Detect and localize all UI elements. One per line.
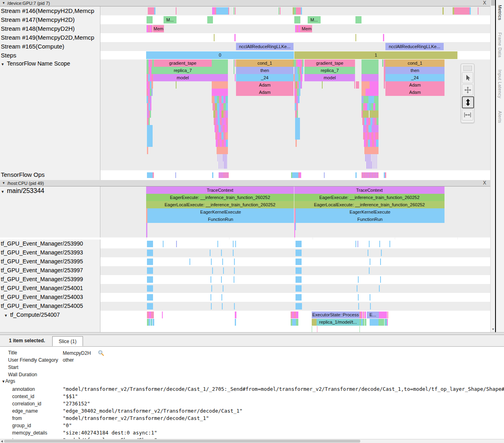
- trace-event-bar[interactable]: M...: [308, 16, 321, 23]
- vertical-scrollbar-thumb[interactable]: [491, 0, 495, 6]
- trace-event-bar[interactable]: [154, 7, 155, 15]
- trace-event-bar[interactable]: [363, 172, 364, 178]
- trace-event-bar[interactable]: [296, 294, 302, 301]
- trace-event-bar[interactable]: [211, 285, 212, 292]
- trace-event-bar[interactable]: [234, 59, 234, 67]
- close-button[interactable]: X: [483, 0, 486, 6]
- trace-event-bar[interactable]: [234, 276, 234, 283]
- vertical-scrollbar[interactable]: ▼: [490, 0, 495, 332]
- trace-event-bar[interactable]: [151, 81, 153, 89]
- trace-event-bar[interactable]: [147, 276, 153, 283]
- trace-event-bar[interactable]: [296, 241, 302, 247]
- trace-event-bar[interactable]: [221, 250, 222, 256]
- trace-event-bar[interactable]: [235, 59, 236, 67]
- trace-event-bar[interactable]: [279, 7, 279, 15]
- trace-event-bar[interactable]: [370, 81, 379, 89]
- trace-event-bar[interactable]: [298, 59, 301, 67]
- track-lane[interactable]: [100, 275, 490, 284]
- trace-event-bar[interactable]: [359, 326, 360, 332]
- trace-event-bar[interactable]: [312, 319, 317, 326]
- track-lane[interactable]: ncclAllReduceRingLLKe...ncclAllReduceRin…: [100, 42, 490, 51]
- trace-event-bar[interactable]: EagerLocalExecute: __inference_train_fun…: [146, 201, 294, 208]
- trace-event-bar[interactable]: replica_7: [304, 67, 355, 74]
- trace-event-bar[interactable]: [372, 154, 372, 161]
- trace-event-bar[interactable]: [375, 103, 379, 110]
- trace-event-bar[interactable]: [379, 241, 380, 247]
- trace-event-bar[interactable]: [379, 312, 387, 318]
- trace-event-bar[interactable]: [149, 319, 150, 326]
- trace-event-bar[interactable]: [153, 172, 154, 178]
- trace-event-bar[interactable]: [371, 147, 379, 154]
- trace-event-bar[interactable]: [385, 172, 386, 178]
- toolbar-grip-icon[interactable]: [463, 66, 472, 71]
- trace-event-bar[interactable]: [207, 16, 213, 23]
- trace-event-bar[interactable]: TraceContext: [294, 187, 444, 194]
- trace-event-bar[interactable]: [454, 7, 470, 15]
- track-lane[interactable]: [100, 170, 490, 180]
- trace-event-bar[interactable]: [211, 259, 212, 265]
- track-lane[interactable]: [100, 284, 490, 293]
- trace-event-bar[interactable]: [362, 74, 379, 81]
- trace-event-bar[interactable]: [223, 154, 223, 161]
- trace-event-bar[interactable]: [147, 303, 153, 309]
- track-lane[interactable]: ExecutorState::ProcessE...replica_1/mode…: [100, 311, 490, 332]
- trace-event-bar[interactable]: [365, 319, 366, 326]
- trace-event-bar[interactable]: [221, 172, 222, 178]
- track-lane[interactable]: [100, 266, 490, 275]
- trace-event-bar[interactable]: [212, 81, 228, 89]
- trace-event-bar[interactable]: [374, 172, 375, 178]
- trace-event-bar[interactable]: [354, 81, 355, 89]
- trace-event-bar[interactable]: Mem: [153, 25, 164, 32]
- trace-event-bar[interactable]: [151, 319, 152, 326]
- trace-event-bar[interactable]: gradient_tape: [154, 59, 212, 67]
- trace-event-bar[interactable]: [221, 154, 221, 161]
- trace-event-bar[interactable]: [235, 312, 236, 318]
- trace-event-bar[interactable]: [163, 241, 164, 247]
- trace-event-bar[interactable]: [147, 16, 153, 23]
- trace-event-bar[interactable]: cond_1: [236, 59, 293, 67]
- trace-event-bar[interactable]: [296, 267, 302, 274]
- trace-event-bar[interactable]: [280, 7, 281, 15]
- trace-event-bar[interactable]: [222, 154, 223, 161]
- trace-event-bar[interactable]: [379, 319, 384, 326]
- panel-splitter[interactable]: [0, 332, 504, 335]
- trace-event-bar[interactable]: [212, 172, 213, 178]
- trace-event-bar[interactable]: [366, 89, 379, 96]
- trace-event-bar[interactable]: [226, 103, 228, 110]
- trace-event-bar[interactable]: [212, 59, 228, 67]
- trace-event-bar[interactable]: [296, 140, 297, 147]
- trace-event-bar[interactable]: [296, 250, 302, 256]
- trace-event-bar[interactable]: [227, 154, 227, 161]
- trace-event-bar[interactable]: [381, 250, 382, 256]
- trace-event-bar[interactable]: [375, 161, 376, 169]
- trace-event-bar[interactable]: [376, 118, 379, 125]
- trace-event-bar[interactable]: [358, 303, 359, 309]
- trace-event-bar[interactable]: [211, 303, 212, 309]
- trace-event-bar[interactable]: [377, 172, 378, 178]
- track-lane[interactable]: 01: [100, 51, 490, 59]
- track-lane[interactable]: [100, 257, 490, 266]
- trace-event-bar[interactable]: [176, 241, 177, 247]
- trace-event-bar[interactable]: [147, 172, 153, 178]
- track-lane[interactable]: M...M...: [100, 15, 490, 24]
- trace-event-bar[interactable]: [442, 7, 444, 15]
- trace-event-bar[interactable]: [364, 96, 368, 103]
- trace-event-bar[interactable]: [373, 161, 374, 169]
- trace-event-bar[interactable]: [366, 172, 366, 178]
- trace-event-bar[interactable]: [226, 172, 227, 178]
- trace-event-bar[interactable]: [368, 96, 374, 103]
- trace-event-bar[interactable]: [370, 154, 371, 161]
- trace-event-bar[interactable]: then: [385, 67, 444, 74]
- trace-event-bar[interactable]: [364, 147, 371, 154]
- side-tab-input-latency[interactable]: Input Latency: [498, 70, 502, 98]
- horizontal-scrollbar-thumb[interactable]: [4, 440, 360, 443]
- trace-event-bar[interactable]: [212, 96, 215, 103]
- trace-event-bar[interactable]: [150, 96, 151, 103]
- trace-event-bar[interactable]: [295, 118, 300, 125]
- track-lane[interactable]: [100, 248, 490, 257]
- trace-event-bar[interactable]: [324, 172, 325, 178]
- trace-event-bar[interactable]: [294, 16, 300, 23]
- trace-event-bar[interactable]: [221, 276, 222, 283]
- track-lane[interactable]: MemMem: [100, 24, 490, 33]
- horizontal-scrollbar[interactable]: [0, 439, 504, 443]
